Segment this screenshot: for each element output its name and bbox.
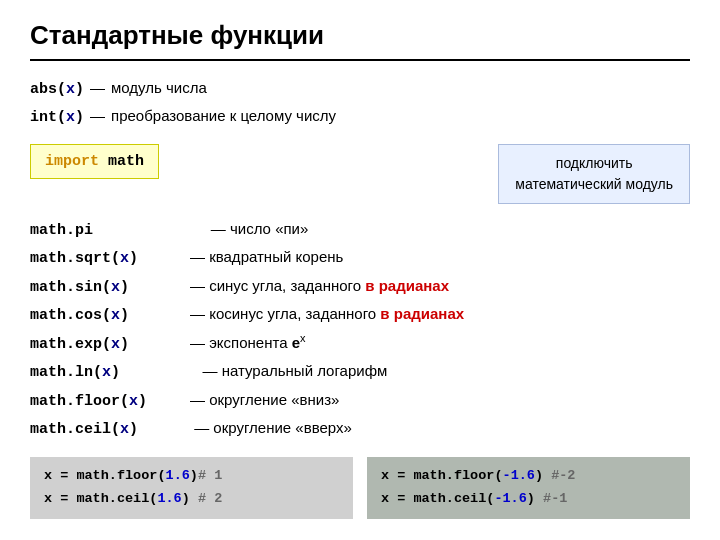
func-row-ln: math.ln(x) — натуральный логарифм [30, 358, 690, 386]
radians-highlight-sin: в радианах [365, 277, 449, 294]
import-box: import math [30, 144, 159, 179]
comment-1: # 1 [198, 468, 222, 483]
func-row-sin: math.sin(x) — синус угла, заданного в ра… [30, 273, 690, 301]
functions-list: math.pi — число «пи» math.sqrt(x) — квад… [30, 216, 690, 443]
func-row-exp: math.exp(x) — экспонента ex [30, 329, 690, 358]
example-right-line1: x = math.floor(-1.6) #-2 [381, 465, 676, 488]
example-right-line2: x = math.ceil(-1.6) #-1 [381, 488, 676, 511]
func-row-ceil: math.ceil(x) — округление «вверх» [30, 415, 690, 443]
func-name-ceil: math.ceil(x) [30, 417, 190, 443]
comment-2: # 2 [198, 491, 222, 506]
radians-highlight-cos: в радианах [380, 305, 464, 322]
num-3: -1.6 [503, 468, 535, 483]
func-name-sin: math.sin(x) [30, 275, 190, 301]
num-1: 1.6 [166, 468, 190, 483]
func-row-floor: math.floor(x) — округление «вниз» [30, 387, 690, 415]
num-2: 1.6 [157, 491, 181, 506]
func-name-exp: math.exp(x) [30, 332, 190, 358]
int-code: int(x) [30, 105, 84, 131]
func-name-floor: math.floor(x) [30, 389, 190, 415]
import-keyword: import [45, 153, 99, 170]
func-name-sqrt: math.sqrt(x) [30, 246, 190, 272]
intro-row-int: int(x) — преобразование к целому числу [30, 103, 690, 131]
func-row-pi: math.pi — число «пи» [30, 216, 690, 244]
func-row-sqrt: math.sqrt(x) — квадратный корень [30, 244, 690, 272]
callout-box: подключитьматематический модуль [498, 144, 690, 204]
num-4: -1.6 [494, 491, 526, 506]
slide: Стандартные функции abs(x) — модуль числ… [0, 0, 720, 540]
func-row-cos: math.cos(x) — косинус угла, заданного в … [30, 301, 690, 329]
example-box-left: x = math.floor(1.6)# 1 x = math.ceil(1.6… [30, 457, 353, 519]
intro-section: abs(x) — модуль числа int(x) — преобразо… [30, 75, 690, 130]
comment-3: #-2 [551, 468, 575, 483]
func-name-ln: math.ln(x) [30, 360, 190, 386]
example-box-right: x = math.floor(-1.6) #-2 x = math.ceil(-… [367, 457, 690, 519]
abs-code: abs(x) [30, 77, 84, 103]
middle-section: import math подключитьматематический мод… [30, 144, 690, 204]
comment-4: #-1 [543, 491, 567, 506]
example-left-line2: x = math.ceil(1.6) # 2 [44, 488, 339, 511]
intro-row-abs: abs(x) — модуль числа [30, 75, 690, 103]
func-name-pi: math.pi [30, 218, 190, 244]
import-module: math [99, 153, 144, 170]
examples-row: x = math.floor(1.6)# 1 x = math.ceil(1.6… [30, 457, 690, 519]
example-left-line1: x = math.floor(1.6)# 1 [44, 465, 339, 488]
slide-title: Стандартные функции [30, 20, 690, 61]
func-name-cos: math.cos(x) [30, 303, 190, 329]
